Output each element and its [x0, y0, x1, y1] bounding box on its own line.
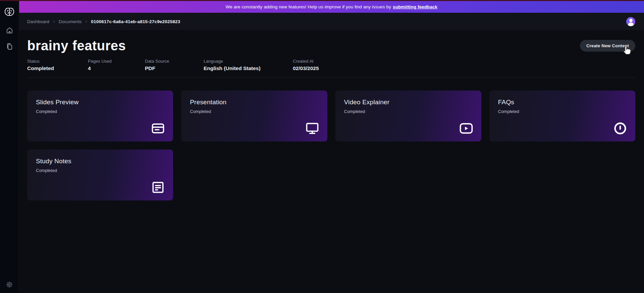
- content-card-slides-preview[interactable]: Slides PreviewCompleted: [27, 91, 173, 141]
- user-avatar[interactable]: [626, 17, 635, 26]
- video-play-icon: [459, 121, 474, 136]
- home-icon: [6, 26, 13, 34]
- meta-label: Status: [27, 59, 88, 64]
- content-cards-grid: Slides PreviewCompletedPresentationCompl…: [19, 78, 644, 200]
- content-card-faqs[interactable]: FAQsCompleted: [489, 91, 635, 141]
- content-card-presentation[interactable]: PresentationCompleted: [181, 91, 327, 141]
- card-title: Study Notes: [36, 158, 164, 165]
- breadcrumb: Dashboard›Documents›0100617c-6a6a-41eb-a…: [27, 19, 180, 24]
- chevron-right-icon: ›: [86, 19, 87, 24]
- monitor-icon: [305, 121, 320, 136]
- info-circle-icon: [612, 121, 628, 136]
- card-title: FAQs: [498, 99, 627, 106]
- meta-pages-used: Pages Used4: [88, 59, 145, 71]
- page-title: brainy features: [27, 38, 126, 53]
- meta-label: Language: [204, 59, 293, 64]
- card-status: Completed: [344, 109, 473, 114]
- card-status: Completed: [36, 109, 164, 114]
- content-card-study-notes[interactable]: Study NotesCompleted: [27, 150, 173, 200]
- meta-status: StatusCompleted: [27, 59, 88, 71]
- meta-value: 02/03/2025: [293, 65, 360, 71]
- card-title: Presentation: [190, 99, 318, 106]
- meta-data-source: Data SourcePDF: [145, 59, 204, 71]
- breadcrumb-item: 0100617c-6a6a-41eb-a815-27c9e2025823: [91, 19, 180, 24]
- card-status: Completed: [190, 109, 318, 114]
- sidebar-item-home[interactable]: [5, 26, 14, 35]
- card-status: Completed: [36, 168, 164, 173]
- banner-message: We are constantly adding new features! H…: [226, 4, 391, 9]
- top-accent-strip: [0, 0, 644, 1]
- meta-value: English (United States): [204, 65, 293, 71]
- sidebar-item-settings[interactable]: [5, 280, 14, 289]
- breadcrumb-item[interactable]: Dashboard: [27, 19, 49, 24]
- meta-created-at: Created At02/03/2025: [293, 59, 360, 71]
- avatar-person-icon: [629, 19, 633, 22]
- submit-feedback-link[interactable]: submitting feedback: [393, 4, 437, 9]
- meta-value: PDF: [145, 65, 204, 71]
- card-title: Slides Preview: [36, 99, 164, 106]
- meta-label: Pages Used: [88, 59, 145, 64]
- meta-value: Completed: [27, 65, 88, 71]
- title-row: brainy features Create New Content: [19, 30, 644, 53]
- sidebar-nav: [5, 26, 14, 51]
- create-new-content-button[interactable]: Create New Content: [580, 40, 635, 52]
- sidebar: [0, 1, 19, 293]
- header-bar: Dashboard›Documents›0100617c-6a6a-41eb-a…: [19, 13, 644, 30]
- chevron-right-icon: ›: [53, 19, 55, 24]
- documents-icon: [6, 43, 13, 50]
- meta-label: Data Source: [145, 59, 204, 64]
- notes-icon: [150, 180, 166, 195]
- document-metadata: StatusCompletedPages Used4Data SourcePDF…: [19, 53, 644, 71]
- brain-logo-icon[interactable]: [2, 6, 16, 20]
- card-title: Video Explainer: [344, 99, 473, 106]
- meta-language: LanguageEnglish (United States): [204, 59, 293, 71]
- announcement-banner: We are constantly adding new features! H…: [19, 1, 644, 13]
- gear-icon: [6, 281, 13, 288]
- card-status: Completed: [498, 109, 627, 114]
- meta-label: Created At: [293, 59, 360, 64]
- breadcrumb-item[interactable]: Documents: [59, 19, 82, 24]
- meta-value: 4: [88, 65, 145, 71]
- main-content: Dashboard›Documents›0100617c-6a6a-41eb-a…: [19, 13, 644, 293]
- sidebar-item-documents[interactable]: [5, 42, 14, 51]
- slides-icon: [150, 121, 166, 136]
- content-card-video-explainer[interactable]: Video ExplainerCompleted: [335, 91, 481, 141]
